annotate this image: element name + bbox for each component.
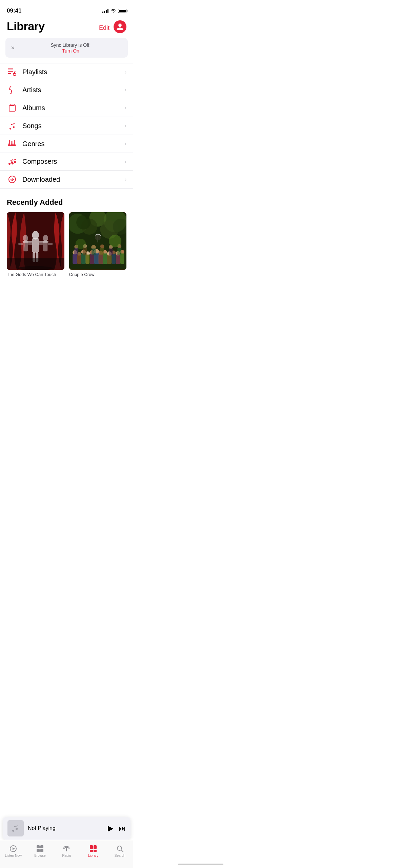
status-time: 09:41 bbox=[7, 7, 21, 14]
albums-label: Albums bbox=[22, 104, 125, 112]
avatar-button[interactable] bbox=[114, 20, 126, 33]
edit-button[interactable]: Edit bbox=[99, 22, 109, 32]
svg-rect-61 bbox=[107, 255, 112, 264]
svg-point-68 bbox=[100, 244, 104, 249]
svg-rect-59 bbox=[98, 254, 103, 264]
svg-rect-31 bbox=[47, 243, 53, 245]
genres-chevron: › bbox=[125, 141, 126, 147]
svg-rect-30 bbox=[38, 243, 43, 245]
sync-turn-on-button[interactable]: Turn On bbox=[19, 48, 122, 54]
svg-rect-2 bbox=[8, 73, 11, 74]
svg-rect-74 bbox=[100, 248, 104, 255]
status-icons bbox=[102, 9, 126, 13]
songs-chevron: › bbox=[125, 123, 126, 129]
composers-label: Composers bbox=[22, 158, 125, 165]
svg-point-79 bbox=[75, 239, 86, 249]
albums-icon bbox=[7, 104, 18, 112]
album-art-1 bbox=[7, 212, 64, 270]
downloaded-chevron: › bbox=[125, 176, 126, 182]
composers-chevron: › bbox=[125, 159, 126, 165]
svg-point-28 bbox=[43, 235, 48, 241]
recently-added-section: Recently Added bbox=[0, 189, 133, 277]
sync-close-button[interactable]: ✕ bbox=[11, 45, 15, 51]
album-art-2 bbox=[69, 212, 127, 270]
menu-item-artists[interactable]: Artists › bbox=[0, 81, 133, 99]
sync-banner: ✕ Sync Library is Off. Turn On bbox=[5, 38, 128, 58]
svg-rect-19 bbox=[32, 238, 39, 252]
svg-point-81 bbox=[95, 235, 101, 240]
genres-icon bbox=[7, 140, 18, 148]
menu-item-composers[interactable]: Composers › bbox=[0, 153, 133, 171]
svg-rect-26 bbox=[18, 243, 23, 245]
svg-rect-76 bbox=[117, 248, 121, 255]
artists-label: Artists bbox=[22, 86, 125, 94]
svg-rect-72 bbox=[83, 248, 87, 255]
wifi-icon bbox=[111, 9, 116, 13]
svg-rect-73 bbox=[92, 249, 96, 255]
songs-icon bbox=[7, 122, 18, 130]
svg-rect-29 bbox=[43, 240, 48, 251]
menu-item-albums[interactable]: Albums › bbox=[0, 99, 133, 117]
header: Library Edit bbox=[0, 17, 133, 33]
svg-point-10 bbox=[9, 89, 10, 90]
battery-icon bbox=[118, 9, 126, 13]
menu-item-playlists[interactable]: Playlists › bbox=[0, 63, 133, 81]
svg-rect-53 bbox=[73, 254, 77, 264]
album-card-1[interactable]: The Gods We Can Touch bbox=[7, 212, 64, 277]
svg-rect-1 bbox=[8, 71, 13, 72]
albums-grid: The Gods We Can Touch bbox=[7, 212, 126, 277]
downloaded-label: Downloaded bbox=[22, 176, 125, 183]
album-title-1: The Gods We Can Touch bbox=[7, 272, 64, 277]
album-title-2: Cripple Crow bbox=[69, 272, 127, 277]
svg-rect-12 bbox=[9, 105, 15, 111]
svg-rect-27 bbox=[28, 243, 33, 245]
playlists-icon bbox=[7, 68, 18, 76]
playlists-label: Playlists bbox=[22, 68, 125, 76]
svg-rect-56 bbox=[85, 255, 89, 264]
svg-rect-75 bbox=[108, 249, 113, 255]
svg-line-6 bbox=[9, 86, 11, 89]
albums-chevron: › bbox=[125, 105, 126, 111]
svg-rect-25 bbox=[23, 240, 28, 251]
sync-main-text: Sync Library is Off. bbox=[51, 42, 91, 48]
svg-rect-5 bbox=[14, 72, 16, 72]
library-menu: Playlists › Artists › Albums › bbox=[0, 63, 133, 189]
menu-item-downloaded[interactable]: Downloaded › bbox=[0, 171, 133, 189]
composers-icon bbox=[7, 158, 18, 165]
album-card-2[interactable]: Cripple Crow bbox=[69, 212, 127, 277]
menu-item-songs[interactable]: Songs › bbox=[0, 117, 133, 135]
artists-chevron: › bbox=[125, 87, 126, 93]
artists-icon bbox=[7, 86, 18, 94]
svg-rect-0 bbox=[8, 68, 13, 70]
recently-added-title: Recently Added bbox=[7, 198, 126, 207]
svg-point-24 bbox=[23, 235, 28, 241]
playlists-chevron: › bbox=[125, 69, 126, 75]
svg-rect-32 bbox=[7, 258, 64, 270]
signal-bars-icon bbox=[102, 9, 108, 13]
svg-rect-54 bbox=[77, 255, 81, 264]
page-title: Library bbox=[7, 20, 45, 33]
sync-text: Sync Library is Off. Turn On bbox=[19, 42, 122, 54]
svg-point-39 bbox=[76, 215, 91, 229]
svg-rect-71 bbox=[74, 248, 78, 255]
songs-label: Songs bbox=[22, 122, 125, 130]
svg-rect-63 bbox=[116, 255, 120, 264]
status-bar: 09:41 bbox=[0, 0, 133, 17]
downloaded-icon bbox=[7, 175, 18, 183]
person-icon bbox=[116, 23, 124, 31]
genres-label: Genres bbox=[22, 140, 125, 148]
svg-point-78 bbox=[108, 235, 121, 247]
menu-item-genres[interactable]: Genres › bbox=[0, 135, 133, 153]
